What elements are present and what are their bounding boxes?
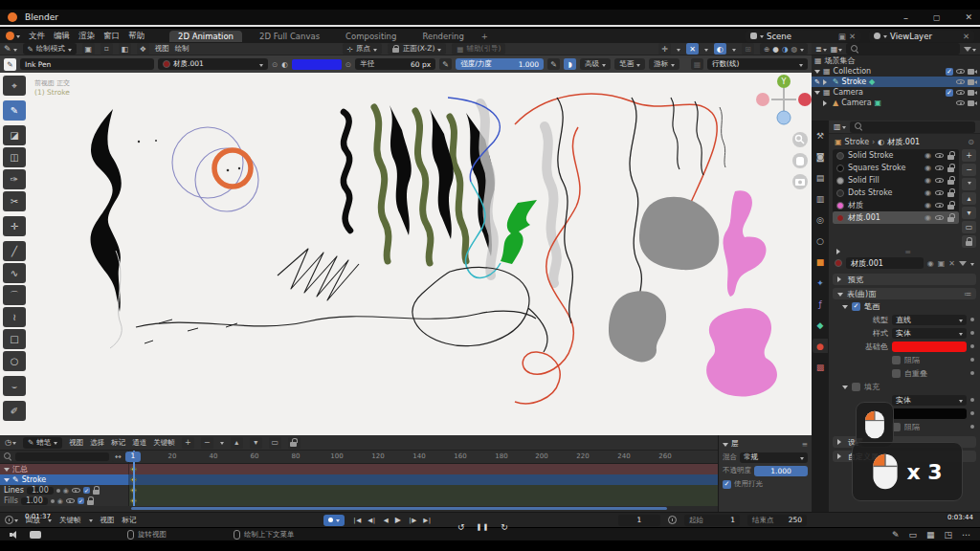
circle-tool[interactable]: ○ (3, 351, 26, 371)
fill-checkbox[interactable] (852, 383, 860, 391)
outliner-row-stroke[interactable]: ✎ ✎ Stroke ◆ (812, 77, 980, 87)
move-slot-down-button[interactable]: ▾ (962, 207, 976, 219)
previous-keyframe-button[interactable]: ◀❘ (368, 517, 375, 524)
scene-selector[interactable]: Scene ▣✕ (746, 31, 860, 42)
list-view-icon[interactable]: ≔ (964, 290, 971, 298)
animate-dot[interactable] (970, 344, 974, 348)
outliner-display-mode[interactable]: ≣ (815, 45, 827, 54)
editor-type-button[interactable]: ✎ (4, 44, 17, 54)
material-slot-pink[interactable]: 材质 ◉ (833, 199, 959, 211)
material-slot-squares-stroke[interactable]: Squares Stroke ◉ (833, 162, 959, 174)
blend-dropdown[interactable]: 常规 (740, 452, 808, 463)
eye-icon[interactable] (935, 201, 944, 209)
tab-effects[interactable]: ƒ (813, 297, 828, 311)
base-color-swatch[interactable] (892, 342, 967, 352)
close-button[interactable]: ✕ (965, 12, 972, 22)
eye-icon[interactable] (956, 67, 965, 76)
strength-pressure-icon[interactable]: ✎ (547, 58, 560, 70)
eye-icon[interactable] (72, 486, 80, 495)
placement-icon[interactable]: ⌑ (100, 43, 113, 55)
gp-drawing[interactable]: Y (0, 73, 812, 435)
axis-x-pos[interactable] (798, 93, 812, 106)
expand-icon[interactable] (814, 70, 820, 77)
fill-style-dropdown[interactable]: 实体 (892, 395, 967, 406)
tab-object[interactable]: ■ (813, 254, 828, 269)
minimize-button[interactable]: – (903, 12, 908, 23)
panel-surface[interactable]: 表(曲)面≔ (833, 288, 976, 299)
eye-icon[interactable] (935, 164, 944, 172)
view-gizmo[interactable]: Y (756, 75, 812, 124)
vertex-color-swatch[interactable] (292, 59, 342, 70)
menu-edit[interactable]: 编辑 (54, 31, 70, 42)
material-name-field[interactable]: 材质.001 (846, 257, 924, 269)
show-slots-button[interactable]: ▭ (962, 221, 976, 233)
lock-icon[interactable] (288, 437, 301, 449)
link-icon[interactable]: ◉ (924, 188, 931, 197)
menu-render[interactable]: 渲染 (78, 31, 95, 42)
show-panel-icon[interactable]: ▭ (269, 437, 281, 449)
polyline-tool[interactable]: ∿ (3, 263, 26, 283)
replay-icon[interactable]: ↺ (457, 522, 465, 532)
mode-selector[interactable]: ✎绘制模式 (23, 43, 77, 55)
remove-slot-button[interactable]: − (962, 164, 976, 176)
panel-preview[interactable]: 预览 (833, 274, 976, 285)
collection-checkbox[interactable]: ✓ (946, 68, 953, 76)
filter-icon[interactable] (959, 261, 967, 266)
camera-toggle-icon[interactable] (968, 89, 977, 97)
expand-icon[interactable] (814, 91, 820, 98)
active-layer-selector[interactable]: 行数(线) (707, 58, 808, 70)
player-panel-icon[interactable]: ▭ (908, 530, 917, 540)
menu-channel[interactable]: 通道 (132, 438, 146, 448)
fake-user-icon[interactable]: ◉ (927, 259, 934, 268)
layers-panel-header[interactable]: 层 ≡ (723, 437, 808, 451)
fullscreen-icon[interactable]: ◳ (944, 530, 952, 540)
animate-dot[interactable] (56, 489, 60, 493)
link-icon[interactable]: ◉ (924, 201, 931, 209)
cutter-tool[interactable]: ✂ (3, 191, 26, 211)
move-up-button[interactable]: ▴ (231, 437, 243, 449)
animate-dot[interactable] (970, 411, 974, 415)
radius-pressure-icon[interactable]: ✎ (439, 58, 452, 70)
properties-display-mode[interactable]: ▥ (834, 122, 846, 131)
snap-icon[interactable]: ◧ (119, 43, 131, 55)
add-slot-button[interactable]: + (962, 149, 976, 162)
tab-world[interactable]: ○ (813, 233, 828, 248)
outliner-filter-mode[interactable]: ▦ (831, 45, 843, 54)
current-frame-field[interactable]: 1 (618, 515, 660, 526)
draw-tool[interactable]: ✎ (3, 100, 26, 121)
advanced-popover[interactable]: 高级 (580, 58, 611, 70)
radius-field[interactable]: 半径60 px (355, 58, 435, 70)
add-layer-button[interactable]: + (182, 437, 194, 449)
menu-view[interactable]: 视图 (100, 516, 115, 525)
pin-icon[interactable]: ⊙ (345, 60, 351, 69)
outliner-row-scene-collection[interactable]: ▦ 场景集合 (812, 55, 980, 66)
animate-dot[interactable] (51, 499, 55, 503)
channel-stroke[interactable]: ✎Stroke (0, 474, 718, 485)
show-gizmo-icon[interactable]: ✛ (658, 43, 671, 55)
pause-icon[interactable]: ❚❚ (477, 523, 490, 531)
tab-object-data[interactable]: ◆ (813, 318, 828, 332)
lock-icon[interactable] (947, 164, 955, 172)
jump-to-end-button[interactable]: ▶❘ (423, 517, 431, 524)
tab-render[interactable]: ◙ (813, 149, 828, 164)
material-slot-active[interactable]: 材质.001 ◉ (833, 211, 959, 224)
material-slot-solid-stroke[interactable]: Solid Stroke ◉ (833, 149, 959, 162)
guides-toggle[interactable]: ▦辅助(引导) (452, 43, 505, 55)
opacity-slider[interactable]: 1.000 (754, 466, 808, 476)
next-keyframe-button[interactable]: ❘▶ (408, 517, 415, 524)
xray-icon[interactable]: ◐ (714, 43, 726, 55)
play-reverse-button[interactable]: ◀ (384, 517, 388, 524)
eye-icon[interactable] (935, 176, 944, 185)
falloff-curve-icon[interactable]: ◗ (564, 58, 576, 70)
lock-icon[interactable] (947, 176, 955, 185)
line-type-dropdown[interactable]: 直线 (892, 315, 967, 325)
tab-texture[interactable]: ▩ (813, 360, 828, 374)
menu-marker[interactable]: 标记 (111, 438, 125, 448)
play-button[interactable]: ▶ (395, 516, 400, 524)
eye-icon[interactable] (935, 188, 944, 197)
tab-output[interactable]: ▤ (813, 170, 828, 185)
erase-tool[interactable]: ◫ (3, 147, 26, 167)
vertex-color-mode-icon[interactable]: ◐ (281, 60, 288, 69)
shading-wireframe-icon[interactable]: ⊕ (764, 45, 769, 54)
viewlayer-selector[interactable]: ViewLayer ✕ (869, 31, 974, 42)
